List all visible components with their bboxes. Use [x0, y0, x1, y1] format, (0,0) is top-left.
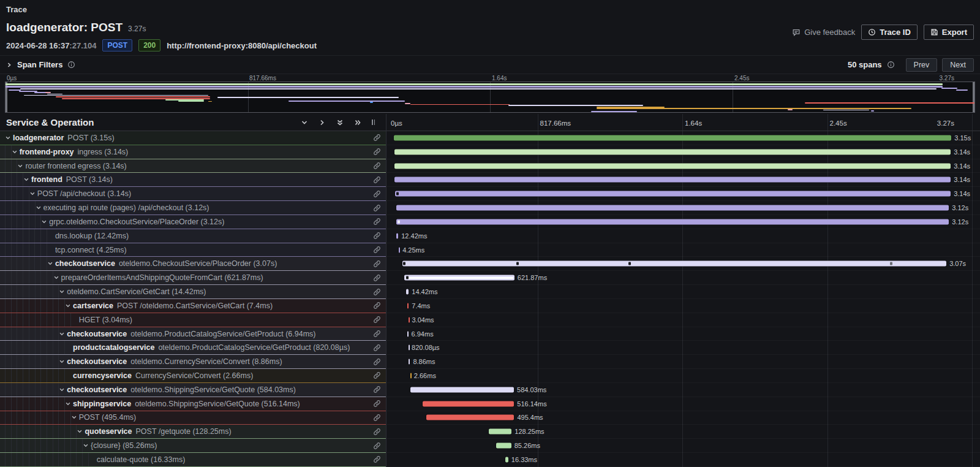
span-name-cell[interactable]: router frontend egress (3.14s) [0, 159, 386, 173]
span-name-cell[interactable]: dns.lookup (12.42ms) [0, 229, 386, 243]
expand-chevron-icon[interactable] [59, 387, 67, 393]
expand-chevron-icon[interactable] [83, 442, 91, 449]
span-name-cell[interactable]: quoteservicePOST /getquote (128.25ms) [0, 425, 386, 439]
span-link-icon[interactable] [369, 246, 386, 254]
expand-chevron-icon[interactable] [5, 135, 13, 141]
span-name-cell[interactable]: executing api route (pages) /api/checkou… [0, 201, 386, 215]
span-name-cell[interactable]: checkoutserviceoteldemo.CheckoutService/… [0, 257, 386, 271]
span-link-icon[interactable] [369, 288, 386, 296]
expand-chevron-icon[interactable] [65, 303, 73, 309]
span-link-icon[interactable] [369, 274, 386, 282]
span-name-cell[interactable]: checkoutserviceoteldemo.CurrencyService/… [0, 355, 386, 369]
span-name-cell[interactable]: tcp.connect (4.25ms) [0, 243, 386, 257]
expand-chevron-icon[interactable] [17, 163, 25, 169]
span-name-cell[interactable]: prepareOrderItemsAndShippingQuoteFromCar… [0, 271, 386, 285]
column-divider[interactable] [386, 114, 386, 467]
span-link-icon[interactable] [369, 414, 386, 422]
span-name-cell[interactable]: shippingserviceoteldemo.ShippingService/… [0, 397, 386, 411]
span-name-cell[interactable]: {closure} (85.26ms) [0, 439, 386, 453]
span-bar[interactable] [394, 177, 951, 183]
span-bar[interactable] [409, 359, 410, 365]
span-link-icon[interactable] [369, 371, 386, 379]
span-bar[interactable] [423, 401, 514, 406]
span-bar[interactable] [396, 205, 949, 211]
expand-chevron-icon[interactable] [65, 401, 73, 407]
span-bar[interactable] [496, 443, 511, 449]
collapse-all-icon[interactable] [336, 119, 344, 126]
span-link-icon[interactable] [369, 400, 386, 408]
span-link-icon[interactable] [369, 134, 386, 142]
expand-chevron-icon[interactable] [47, 260, 55, 267]
expand-chevron-icon[interactable] [12, 149, 20, 155]
span-bar[interactable] [409, 317, 410, 322]
expand-chevron-icon[interactable] [53, 275, 61, 281]
span-bar[interactable] [394, 135, 952, 140]
info-icon[interactable] [887, 61, 895, 69]
span-link-icon[interactable] [369, 162, 386, 170]
span-link-icon[interactable] [369, 232, 386, 240]
span-bar[interactable] [409, 345, 410, 351]
span-bar[interactable] [426, 415, 514, 420]
expand-chevron-icon[interactable] [59, 331, 67, 337]
span-link-icon[interactable] [369, 260, 386, 268]
collapse-one-icon[interactable] [301, 119, 308, 126]
span-bar[interactable] [410, 373, 412, 378]
give-feedback-button[interactable]: Give feedback [792, 28, 855, 37]
span-bar[interactable] [407, 331, 409, 336]
expand-chevron-icon[interactable] [36, 205, 43, 211]
span-link-icon[interactable] [369, 316, 386, 324]
span-link-icon[interactable] [369, 330, 386, 338]
span-name-cell[interactable]: frontendPOST (3.14s) [0, 173, 386, 187]
trace-id-button[interactable]: Trace ID [861, 25, 918, 40]
span-name-cell[interactable]: checkoutserviceoteldemo.ShippingService/… [0, 383, 386, 397]
span-link-icon[interactable] [369, 148, 386, 156]
span-bar[interactable] [404, 275, 514, 281]
span-name-cell[interactable]: POST /api/checkout (3.14s) [0, 187, 386, 201]
span-bar[interactable] [505, 457, 508, 462]
span-bar[interactable] [395, 191, 951, 197]
expand-chevron-icon[interactable] [29, 191, 37, 197]
span-name-cell[interactable]: productcatalogserviceoteldemo.ProductCat… [0, 341, 386, 355]
span-link-icon[interactable] [369, 176, 386, 184]
span-name-cell[interactable]: currencyserviceCurrencyService/Convert (… [0, 369, 386, 383]
span-link-icon[interactable] [369, 358, 386, 366]
span-name-cell[interactable]: oteldemo.CartService/GetCart (14.42ms) [0, 285, 386, 299]
column-resize-handle[interactable] [372, 120, 375, 125]
expand-one-icon[interactable] [318, 119, 326, 126]
span-link-icon[interactable] [369, 204, 386, 212]
span-filters-toggle[interactable]: Span Filters [6, 60, 75, 69]
span-bar[interactable] [402, 261, 946, 267]
span-bar[interactable] [394, 163, 951, 169]
span-link-icon[interactable] [369, 190, 386, 198]
span-name-cell[interactable]: checkoutserviceoteldemo.ProductCatalogSe… [0, 327, 386, 341]
minimap-right-handle[interactable] [973, 82, 974, 112]
expand-all-icon[interactable] [354, 119, 361, 126]
span-name-cell[interactable]: cartservicePOST /oteldemo.CartService/Ge… [0, 299, 386, 313]
expand-chevron-icon[interactable] [59, 289, 67, 295]
span-link-icon[interactable] [369, 344, 386, 352]
span-name-cell[interactable]: POST (495.4ms) [0, 411, 386, 425]
expand-chevron-icon[interactable] [77, 428, 85, 435]
span-bar[interactable] [406, 289, 409, 295]
span-link-icon[interactable] [369, 385, 386, 393]
span-link-icon[interactable] [369, 302, 386, 309]
expand-chevron-icon[interactable] [23, 177, 31, 183]
expand-chevron-icon[interactable] [71, 414, 79, 420]
next-button[interactable]: Next [942, 58, 974, 72]
span-link-icon[interactable] [369, 218, 386, 226]
span-link-icon[interactable] [369, 455, 386, 463]
info-icon[interactable] [67, 61, 75, 69]
span-bar[interactable] [399, 247, 400, 252]
span-bar[interactable] [396, 219, 949, 224]
span-bar[interactable] [396, 233, 399, 238]
minimap-canvas[interactable] [5, 82, 975, 113]
span-bar[interactable] [489, 429, 511, 435]
export-button[interactable]: Export [924, 25, 974, 40]
span-link-icon[interactable] [369, 428, 386, 436]
span-bar[interactable] [407, 303, 409, 308]
span-name-cell[interactable]: HGET (3.04ms) [0, 313, 386, 327]
expand-chevron-icon[interactable] [41, 219, 49, 225]
span-link-icon[interactable] [369, 442, 386, 450]
span-name-cell[interactable]: grpc.oteldemo.CheckoutService/PlaceOrder… [0, 215, 386, 229]
span-bar[interactable] [394, 149, 951, 154]
